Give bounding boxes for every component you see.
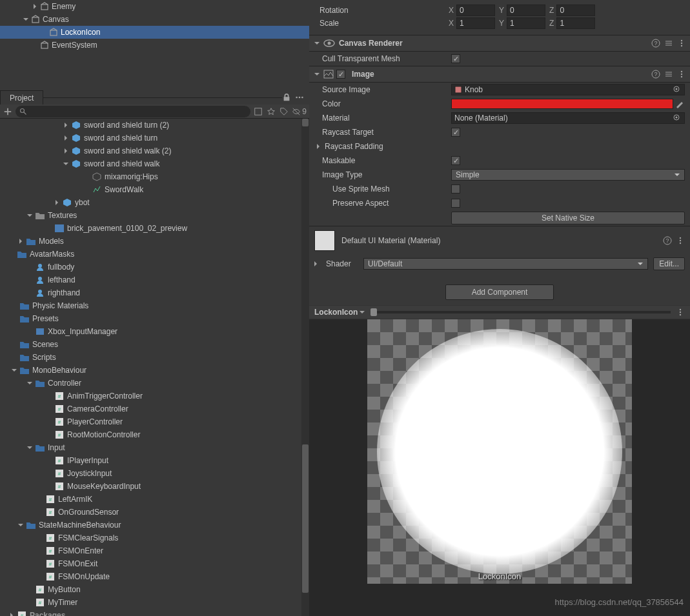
project-item[interactable]: #RootMotionController bbox=[0, 428, 309, 441]
foldout-icon[interactable] bbox=[53, 199, 61, 206]
project-tab[interactable]: Project bbox=[0, 90, 43, 105]
project-item[interactable]: #CameraController bbox=[0, 402, 309, 415]
project-item[interactable]: #Packages bbox=[0, 609, 309, 616]
add-component-button[interactable]: Add Component bbox=[445, 284, 554, 300]
project-item[interactable]: Presets bbox=[0, 312, 309, 325]
project-item[interactable]: brick_pavement_0100_02_preview bbox=[0, 222, 309, 235]
project-item[interactable]: sword and shield turn (2) bbox=[0, 119, 309, 132]
project-item[interactable]: Xbox_InputManager bbox=[0, 325, 309, 338]
preserve-aspect-checkbox[interactable] bbox=[451, 199, 460, 208]
rotation-y[interactable] bbox=[507, 5, 545, 16]
foldout-icon[interactable] bbox=[62, 160, 70, 168]
foldout-icon[interactable] bbox=[62, 147, 70, 155]
favorite-icon[interactable] bbox=[266, 106, 276, 117]
foldout-icon[interactable] bbox=[26, 212, 34, 219]
project-item[interactable]: #IPlayerInput bbox=[0, 454, 309, 467]
foldout-icon[interactable] bbox=[10, 366, 18, 374]
project-item[interactable]: Scripts bbox=[0, 351, 309, 364]
filter-icon[interactable] bbox=[253, 106, 263, 117]
project-item[interactable]: #LeftArmIK bbox=[0, 493, 309, 506]
color-field[interactable] bbox=[451, 99, 673, 109]
foldout-icon[interactable] bbox=[62, 134, 70, 142]
foldout-icon[interactable] bbox=[22, 15, 30, 23]
menu-icon[interactable] bbox=[295, 93, 304, 102]
menu-icon[interactable] bbox=[677, 70, 686, 79]
project-item[interactable]: sword and shield walk bbox=[0, 157, 309, 170]
shader-dropdown[interactable]: UI/Default bbox=[363, 258, 648, 270]
canvas-renderer-header[interactable]: Canvas Renderer ? bbox=[309, 35, 690, 52]
rotation-x[interactable] bbox=[456, 5, 495, 16]
scroll-arrow-up[interactable] bbox=[302, 119, 309, 126]
project-item[interactable]: Input bbox=[0, 441, 309, 454]
eyedropper-icon[interactable] bbox=[675, 99, 684, 108]
project-item[interactable]: sword and shield walk (2) bbox=[0, 144, 309, 157]
scroll-thumb[interactable] bbox=[302, 444, 309, 593]
project-item[interactable]: SwordWalk bbox=[0, 183, 309, 196]
maskable-checkbox[interactable] bbox=[451, 156, 460, 165]
scale-x[interactable] bbox=[456, 17, 495, 29]
slider-thumb[interactable] bbox=[370, 308, 377, 316]
foldout-icon[interactable] bbox=[31, 3, 39, 10]
hierarchy-item[interactable]: LockonIcon bbox=[0, 26, 309, 39]
project-item[interactable]: #OnGroundSensor bbox=[0, 506, 309, 519]
project-item[interactable]: #FSMClearSignals bbox=[0, 532, 309, 544]
material-header[interactable]: Default UI Material (Material) ? bbox=[309, 226, 690, 255]
project-item[interactable]: #FSMOnEnter bbox=[0, 544, 309, 557]
project-item[interactable]: sword and shield turn bbox=[0, 132, 309, 144]
project-item[interactable]: #MouseKeyboardInput bbox=[0, 480, 309, 493]
menu-icon[interactable] bbox=[677, 39, 686, 48]
project-item[interactable]: Textures bbox=[0, 209, 309, 222]
project-item[interactable]: #MyButton bbox=[0, 583, 309, 596]
object-picker-icon[interactable] bbox=[673, 114, 682, 123]
menu-icon[interactable] bbox=[676, 236, 685, 245]
project-item[interactable]: StateMachineBehaviour bbox=[0, 519, 309, 532]
foldout-icon[interactable] bbox=[17, 237, 25, 245]
foldout-icon[interactable] bbox=[8, 611, 15, 616]
project-item[interactable]: #PlayerController bbox=[0, 415, 309, 428]
object-picker-icon[interactable] bbox=[673, 85, 682, 94]
foldout-icon[interactable] bbox=[26, 379, 34, 387]
material-field[interactable]: None (Material) bbox=[451, 112, 685, 124]
hierarchy-item[interactable]: Enemy bbox=[0, 0, 309, 13]
chevron-down-icon[interactable] bbox=[359, 309, 365, 315]
preview-header[interactable]: LockonIcon bbox=[309, 305, 690, 319]
project-item[interactable]: Models bbox=[0, 235, 309, 248]
hierarchy-item[interactable]: EventSystem bbox=[0, 39, 309, 52]
project-item[interactable]: Physic Materials bbox=[0, 299, 309, 312]
project-item[interactable]: Controller bbox=[0, 377, 309, 390]
preset-icon[interactable] bbox=[664, 70, 673, 79]
scale-y[interactable] bbox=[507, 17, 545, 29]
set-native-size-button[interactable]: Set Native Size bbox=[451, 212, 685, 224]
source-image-field[interactable]: Knob bbox=[451, 84, 685, 95]
foldout-icon[interactable] bbox=[26, 444, 34, 452]
image-enable-checkbox[interactable] bbox=[336, 70, 345, 79]
project-item[interactable]: righthand bbox=[0, 286, 309, 299]
menu-icon[interactable] bbox=[676, 308, 685, 317]
raycast-checkbox[interactable] bbox=[451, 128, 460, 137]
project-item[interactable]: #MyTimer bbox=[0, 596, 309, 609]
project-item[interactable]: fullbody bbox=[0, 261, 309, 273]
foldout-icon[interactable] bbox=[313, 39, 321, 47]
hidden-count[interactable]: 9 bbox=[292, 107, 307, 116]
use-sprite-checkbox[interactable] bbox=[451, 184, 460, 194]
foldout-icon[interactable] bbox=[17, 521, 25, 529]
project-item[interactable]: #AnimTriggerController bbox=[0, 390, 309, 402]
project-item[interactable]: #FSMOnExit bbox=[0, 557, 309, 570]
project-tree[interactable]: sword and shield turn (2)sword and shiel… bbox=[0, 119, 309, 616]
cull-checkbox[interactable] bbox=[451, 54, 460, 63]
tag-icon[interactable] bbox=[279, 106, 289, 117]
foldout-icon[interactable] bbox=[312, 260, 320, 268]
image-type-dropdown[interactable]: Simple bbox=[451, 169, 685, 181]
help-icon[interactable]: ? bbox=[651, 39, 660, 48]
foldout-icon[interactable] bbox=[313, 70, 321, 78]
search-input[interactable] bbox=[15, 106, 250, 117]
project-item[interactable]: AvatarMasks bbox=[0, 248, 309, 261]
help-icon[interactable]: ? bbox=[663, 236, 672, 245]
image-header[interactable]: Image ? bbox=[309, 66, 690, 83]
hierarchy-item[interactable]: Canvas bbox=[0, 13, 309, 26]
preview-slider[interactable] bbox=[370, 311, 671, 313]
edit-shader-button[interactable]: Edit... bbox=[653, 257, 685, 270]
scale-z[interactable] bbox=[556, 17, 595, 29]
project-item[interactable]: mixamorig:Hips bbox=[0, 170, 309, 183]
help-icon[interactable]: ? bbox=[651, 70, 660, 79]
